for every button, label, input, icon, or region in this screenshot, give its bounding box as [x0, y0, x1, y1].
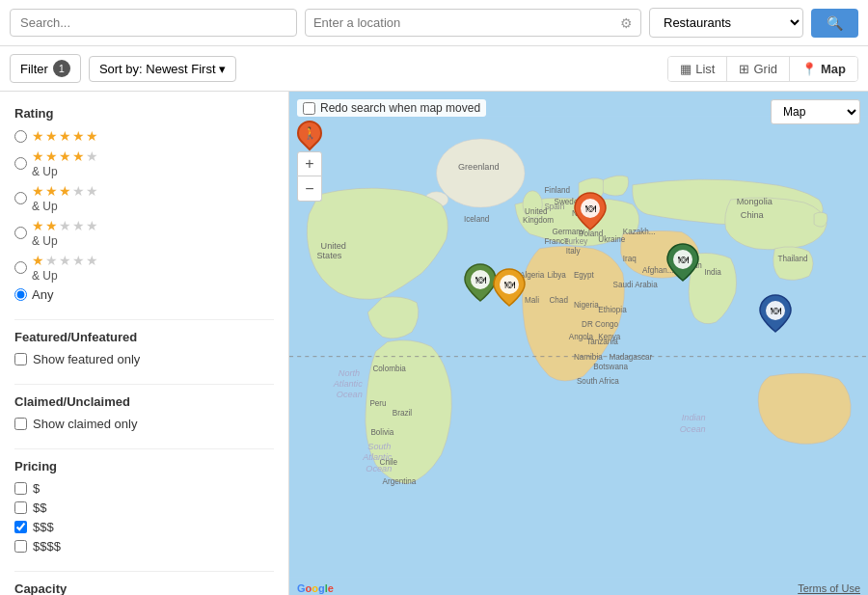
show-claimed-checkbox[interactable] [14, 418, 27, 430]
svg-text:States: States [316, 251, 341, 260]
gear-icon[interactable]: ⚙ [620, 15, 633, 31]
svg-text:Iraq: Iraq [623, 255, 637, 263]
price-4-checkbox[interactable] [14, 540, 27, 553]
map-pin-5[interactable]: 🍽 [758, 293, 793, 337]
svg-text:🍽: 🍽 [771, 305, 781, 316]
show-featured-label[interactable]: Show featured only [33, 352, 140, 366]
stars-2: ★★★★★ [32, 218, 98, 233]
redo-search-text: Redo search when map moved [320, 101, 480, 115]
rating-section: Rating ★★★★★ ★★★★★ & Up [14, 106, 274, 302]
location-input[interactable] [313, 10, 620, 36]
divider-2 [14, 384, 274, 385]
top-search-bar: ⚙ Restaurants Hotels Bars Cafes 🔍 [0, 0, 868, 46]
rating-label-3[interactable]: ★★★★★ & Up [32, 183, 98, 213]
price-2-row: $$ [14, 500, 274, 515]
filter-button[interactable]: Filter 1 [10, 54, 81, 83]
svg-text:South Africa: South Africa [577, 377, 619, 386]
svg-text:Thailand: Thailand [777, 255, 807, 263]
rating-radio-1[interactable] [14, 261, 27, 274]
redo-search-checkbox[interactable] [303, 102, 315, 115]
rating-radio-5[interactable] [14, 130, 27, 143]
svg-text:Nigeria: Nigeria [574, 301, 599, 310]
pricing-title: Pricing [14, 459, 274, 473]
sort-button[interactable]: Sort by: Newest First ▾ [89, 56, 236, 82]
svg-text:Kenya: Kenya [598, 333, 621, 341]
svg-text:Atlantic: Atlantic [362, 452, 392, 462]
zoom-out-button[interactable]: − [297, 176, 322, 202]
rating-row-5: ★★★★★ [14, 128, 274, 144]
svg-text:Iceland: Iceland [464, 215, 489, 224]
price-2-label[interactable]: $$ [33, 500, 46, 515]
capacity-title: Capacity [14, 581, 274, 595]
redo-search-label[interactable]: Redo search when map moved [297, 99, 486, 117]
map-type-select[interactable]: Map Satellite Terrain [771, 99, 860, 124]
google-logo: Google [297, 582, 334, 594]
featured-title: Featured/Unfeatured [14, 330, 274, 344]
pricing-section: Pricing $ $$ $$$ $$$$ [14, 459, 274, 554]
list-view-button[interactable]: ▦ List [668, 57, 727, 81]
price-1-checkbox[interactable] [14, 482, 27, 495]
price-3-label[interactable]: $$$ [33, 520, 54, 534]
terms-of-use-link[interactable]: Terms of Use [798, 582, 860, 594]
rating-radio-3[interactable] [14, 192, 27, 204]
rating-label-4[interactable]: ★★★★★ & Up [32, 149, 98, 178]
sort-label: Sort by: Newest First ▾ [99, 62, 226, 76]
svg-text:Atlantic: Atlantic [333, 379, 363, 389]
pegman-control[interactable]: 🚶 [297, 121, 322, 149]
svg-text:Ocean: Ocean [366, 464, 392, 473]
svg-text:Brazil: Brazil [393, 409, 413, 418]
svg-text:🍽: 🍽 [504, 279, 515, 290]
svg-text:🍽: 🍽 [585, 203, 596, 214]
rating-radio-any[interactable] [14, 288, 27, 301]
rating-row-1: ★★★★★ & Up [14, 253, 274, 283]
category-select[interactable]: Restaurants Hotels Bars Cafes [649, 8, 803, 38]
rating-row-4: ★★★★★ & Up [14, 149, 274, 178]
grid-label: Grid [753, 62, 777, 76]
divider-3 [14, 448, 274, 449]
svg-text:Turkey: Turkey [564, 237, 588, 246]
show-claimed-label[interactable]: Show claimed only [33, 417, 137, 431]
rating-row-any: Any [14, 287, 274, 302]
map-area[interactable]: Redo search when map moved Map Satellite… [289, 92, 868, 595]
svg-text:China: China [741, 210, 765, 220]
svg-text:United: United [321, 241, 346, 251]
svg-text:🍽: 🍽 [678, 254, 689, 265]
svg-text:Mali: Mali [525, 296, 539, 305]
stars-3: ★★★★★ [32, 183, 98, 199]
rating-label-5[interactable]: ★★★★★ [32, 128, 98, 144]
rating-label-any[interactable]: Any [32, 287, 53, 302]
view-toggles: ▦ List ⊞ Grid 📍 Map [667, 56, 858, 82]
svg-text:Colombia: Colombia [372, 365, 406, 373]
rating-radio-4[interactable] [14, 157, 27, 170]
zoom-in-button[interactable]: + [297, 151, 322, 176]
rating-radio-2[interactable] [14, 227, 27, 239]
svg-text:Finland: Finland [544, 186, 570, 195]
price-1-label[interactable]: $ [33, 481, 40, 496]
map-pin-1[interactable]: 🍽 [573, 191, 608, 234]
price-4-row: $$$$ [14, 539, 274, 554]
stars-1: ★★★★★ [32, 253, 98, 268]
svg-text:Kingdom: Kingdom [523, 216, 554, 225]
search-button[interactable]: 🔍 [811, 9, 858, 38]
price-3-checkbox[interactable] [14, 521, 27, 533]
price-2-checkbox[interactable] [14, 501, 27, 514]
svg-text:Argentina: Argentina [383, 477, 417, 486]
grid-view-button[interactable]: ⊞ Grid [727, 57, 790, 81]
map-pin-4[interactable]: 🍽 [665, 242, 700, 285]
price-4-label[interactable]: $$$$ [33, 539, 61, 554]
map-pin-3[interactable]: 🍽 [492, 267, 527, 311]
search-input[interactable] [10, 9, 297, 37]
svg-text:Ocean: Ocean [337, 390, 363, 399]
rating-label-1[interactable]: ★★★★★ & Up [32, 253, 98, 283]
main-content: Rating ★★★★★ ★★★★★ & Up [0, 92, 868, 595]
show-featured-checkbox[interactable] [14, 353, 27, 365]
map-view-button[interactable]: 📍 Map [790, 57, 857, 81]
filter-bar: Filter 1 Sort by: Newest First ▾ ▦ List … [0, 46, 868, 92]
svg-text:Italy: Italy [566, 247, 582, 256]
svg-text:India: India [704, 268, 721, 277]
svg-text:Ethiopia: Ethiopia [598, 306, 627, 314]
filter-count-badge: 1 [53, 60, 70, 77]
svg-text:Kazakh...: Kazakh... [623, 228, 656, 236]
rating-label-2[interactable]: ★★★★★ & Up [32, 218, 98, 248]
price-1-row: $ [14, 481, 274, 496]
